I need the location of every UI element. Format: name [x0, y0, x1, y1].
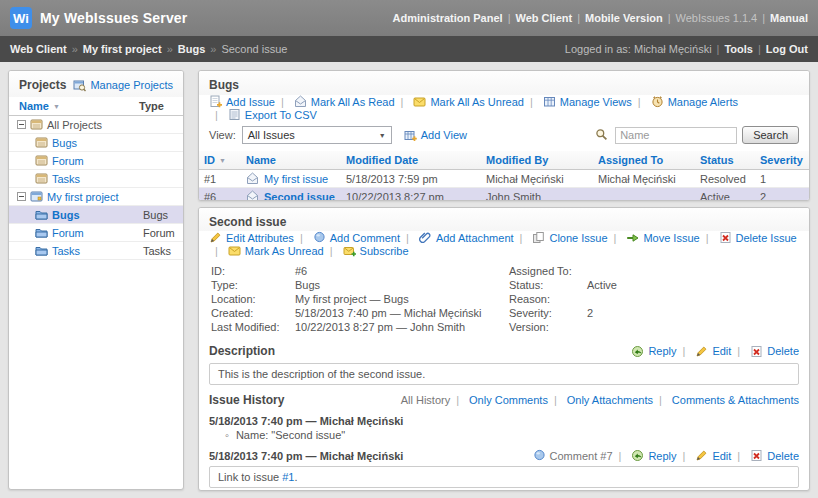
- manage-projects: Manage Projects: [73, 79, 173, 92]
- issue-link[interactable]: Second issue: [264, 191, 335, 202]
- delete-action: Delete: [731, 449, 799, 462]
- edit-link[interactable]: Edit: [712, 345, 731, 357]
- clone-issue-link[interactable]: Clone Issue: [549, 232, 607, 244]
- subscribe-link[interactable]: Subscribe: [360, 245, 409, 257]
- history-entry-header: 5/18/2013 7:40 pm — Michał Męciński Comm…: [199, 444, 809, 464]
- tree-row-forum-global[interactable]: Forum: [9, 152, 183, 170]
- tree-item-link[interactable]: Tasks: [52, 245, 80, 257]
- move-issue: Move Issue: [608, 231, 700, 244]
- breadcrumb-web-client[interactable]: Web Client: [10, 43, 67, 55]
- move-issue-link[interactable]: Move Issue: [643, 232, 699, 244]
- status-column-header[interactable]: Status: [695, 151, 755, 170]
- modified-date-column-header[interactable]: Modified Date: [341, 151, 481, 170]
- issues-toolbar: Add Issue Mark All As Read Mark All As U…: [199, 95, 809, 126]
- only-comments-link[interactable]: Only Comments: [469, 394, 548, 406]
- change-list: Name: "Second issue": [225, 429, 809, 441]
- add-comment-link[interactable]: Add Comment: [330, 232, 400, 244]
- move-issue-icon: [626, 231, 639, 244]
- issue-link[interactable]: My first issue: [264, 173, 328, 185]
- breadcrumb-folder[interactable]: Bugs: [178, 43, 206, 55]
- search-button[interactable]: Search: [742, 126, 799, 144]
- manage-views-link[interactable]: Manage Views: [560, 96, 632, 108]
- history-entry-header: 5/18/2013 7:40 pm — Michał Męciński: [199, 410, 809, 429]
- add-issue: Add Issue: [209, 95, 275, 108]
- tree-item-type: Bugs: [143, 209, 175, 221]
- tree-item-link[interactable]: Bugs: [52, 137, 77, 149]
- delete-issue-link[interactable]: Delete Issue: [736, 232, 797, 244]
- issue-modified-by: John Smith: [481, 188, 593, 202]
- tree-row-tasks[interactable]: Tasks Tasks: [9, 242, 183, 260]
- name-column-header[interactable]: Name: [19, 100, 60, 112]
- separator: »: [210, 43, 216, 55]
- issue-reference-link[interactable]: #1: [282, 471, 294, 483]
- web-client-link[interactable]: Web Client: [516, 12, 573, 24]
- add-issue-link[interactable]: Add Issue: [226, 96, 275, 108]
- delete-link[interactable]: Delete: [767, 450, 799, 462]
- edit-attributes-link[interactable]: Edit Attributes: [226, 232, 294, 244]
- tree-row-bugs-global[interactable]: Bugs: [9, 134, 183, 152]
- mark-all-read-link[interactable]: Mark All As Read: [311, 96, 395, 108]
- add-view-link[interactable]: Add View: [421, 129, 467, 141]
- description-header: Description Reply Edit Delete: [199, 339, 809, 361]
- issue-detail-title: Second issue: [209, 215, 286, 229]
- reply-icon: [631, 449, 644, 462]
- reply-link[interactable]: Reply: [648, 450, 676, 462]
- mark-all-unread-icon: [413, 95, 426, 108]
- tools-link[interactable]: Tools: [724, 43, 753, 55]
- edit-icon: [695, 449, 708, 462]
- mark-all-unread-link[interactable]: Mark All As Unread: [430, 96, 524, 108]
- modified-by-column-header[interactable]: Modified By: [481, 151, 593, 170]
- issue-history-title: Issue History: [209, 393, 284, 407]
- add-view: Add View: [404, 129, 467, 142]
- add-view-icon: [404, 129, 417, 142]
- edit-attributes: Edit Attributes: [209, 231, 294, 244]
- attr-label: Created:: [211, 306, 295, 320]
- issues-panel: Bugs Add Issue Mark All As Read Mark All…: [198, 70, 810, 201]
- mobile-version-link[interactable]: Mobile Version: [585, 12, 663, 24]
- tree-item-label: All Projects: [47, 119, 102, 131]
- tree-row-tasks-global[interactable]: Tasks: [9, 170, 183, 188]
- assigned-to-column-header[interactable]: Assigned To: [593, 151, 695, 170]
- delete-link[interactable]: Delete: [767, 345, 799, 357]
- tree-row-all-projects[interactable]: All Projects: [9, 116, 183, 134]
- manual-link[interactable]: Manual: [770, 12, 808, 24]
- tree-item-link[interactable]: Tasks: [52, 173, 80, 185]
- view-select[interactable]: All Issues: [242, 126, 392, 144]
- edit-link[interactable]: Edit: [712, 450, 731, 462]
- search-input[interactable]: [615, 127, 737, 144]
- mark-as-unread-link[interactable]: Mark As Unread: [245, 245, 324, 257]
- collapse-icon[interactable]: [17, 120, 26, 129]
- issue-row-1[interactable]: #1 My first issue 5/18/2013 7:59 pm Mich…: [199, 170, 809, 188]
- tree-item-link[interactable]: My first project: [47, 191, 119, 203]
- edit-attributes-icon: [209, 231, 222, 244]
- tree-row-my-first-project[interactable]: My first project: [9, 188, 183, 206]
- only-attachments-link[interactable]: Only Attachments: [567, 394, 653, 406]
- admin-panel-link[interactable]: Administration Panel: [393, 12, 503, 24]
- issue-attributes: ID:#6 Type:Bugs Location:My first projec…: [199, 262, 809, 339]
- separator: |: [508, 12, 511, 24]
- tree-item-link[interactable]: Bugs: [52, 209, 80, 221]
- issue-status: Resolved: [695, 170, 755, 188]
- issue-severity: 1: [755, 170, 809, 188]
- manage-alerts-link[interactable]: Manage Alerts: [668, 96, 738, 108]
- logout-link[interactable]: Log Out: [766, 43, 808, 55]
- collapse-icon[interactable]: [17, 192, 26, 201]
- export-csv-link[interactable]: Export To CSV: [245, 109, 317, 121]
- severity-column-header[interactable]: Severity: [755, 151, 809, 170]
- type-column-header[interactable]: Type: [139, 100, 173, 112]
- comment-icon: [533, 449, 546, 462]
- name-column-header[interactable]: Name: [241, 151, 341, 170]
- tree-row-forum[interactable]: Forum Forum: [9, 224, 183, 242]
- tree-item-link[interactable]: Forum: [52, 155, 84, 167]
- manage-projects-link[interactable]: Manage Projects: [90, 79, 173, 91]
- mark-as-unread-icon: [228, 244, 241, 257]
- issues-panel-header: Bugs: [199, 71, 809, 95]
- breadcrumb-project[interactable]: My first project: [83, 43, 162, 55]
- tree-item-link[interactable]: Forum: [52, 227, 84, 239]
- id-column-header[interactable]: ID: [199, 151, 241, 170]
- tree-row-bugs-selected[interactable]: Bugs Bugs: [9, 206, 183, 224]
- add-attachment-link[interactable]: Add Attachment: [436, 232, 514, 244]
- issue-row-2-selected[interactable]: #6 Second issue 10/22/2013 8:27 pm John …: [199, 188, 809, 202]
- reply-link[interactable]: Reply: [648, 345, 676, 357]
- comments-attachments-link[interactable]: Comments & Attachments: [672, 394, 799, 406]
